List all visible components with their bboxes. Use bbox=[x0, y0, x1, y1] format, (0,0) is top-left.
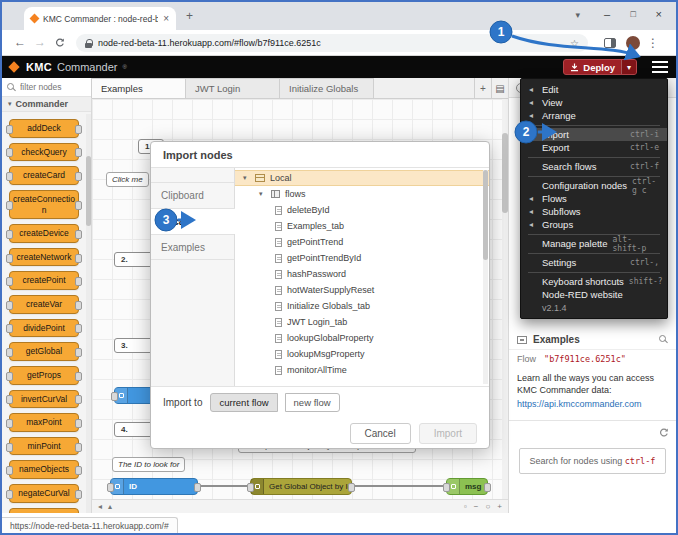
palette-up-icon[interactable]: ▴ bbox=[108, 502, 112, 511]
api-link[interactable]: https://api.kmccommander.com bbox=[517, 398, 668, 410]
url-omnibox[interactable]: node-red-beta-11.herokuapp.com/#flow/b7f… bbox=[76, 34, 588, 52]
caret-down-icon: ▾ bbox=[243, 174, 250, 182]
palette-node-minpoint[interactable]: minPoint bbox=[9, 437, 79, 456]
import-to-current-flow-button[interactable]: current flow bbox=[210, 393, 277, 412]
menu-item-edit[interactable]: ◂Edit bbox=[521, 83, 667, 96]
palette-collapse-icon[interactable]: ◂ bbox=[98, 502, 102, 511]
menu-item-label: Import bbox=[542, 129, 569, 140]
deploy-options-caret-icon[interactable]: ▾ bbox=[621, 60, 636, 74]
forward-button[interactable]: → bbox=[34, 36, 46, 48]
menu-item-search-flows[interactable]: Search flowsctrl-f bbox=[521, 160, 667, 173]
refresh-button[interactable] bbox=[55, 38, 65, 50]
tab-close-icon[interactable]: × bbox=[163, 14, 169, 24]
new-tab-button[interactable]: + bbox=[186, 9, 193, 23]
book-icon bbox=[271, 190, 280, 198]
tree-file-getpointtrend[interactable]: getPointTrend bbox=[235, 234, 489, 250]
menu-item-settings[interactable]: Settingsctrl-, bbox=[521, 256, 667, 269]
flow-node-msg-debug[interactable]: msg bbox=[446, 478, 488, 495]
palette-node-negatecurval[interactable]: negateCurVal bbox=[9, 484, 79, 503]
browser-menu-icon[interactable]: ⋮ bbox=[647, 36, 659, 50]
palette-category-commander[interactable]: ▾ Commander bbox=[2, 97, 91, 112]
palette-scrollbar[interactable] bbox=[86, 114, 91, 513]
palette-node-dividepoint[interactable]: dividePoint bbox=[9, 319, 79, 338]
palette-node-nameobjects[interactable]: nameObjects bbox=[9, 460, 79, 479]
menu-item-groups[interactable]: ◂Groups bbox=[521, 218, 667, 231]
palette-node-invertcurval[interactable]: invertCurVal bbox=[9, 390, 79, 409]
window-chevron-icon[interactable]: ▾ bbox=[575, 11, 580, 20]
palette-node-maxpoint[interactable]: maxPoint bbox=[9, 413, 79, 432]
flow-list-button[interactable]: ▤ bbox=[491, 78, 508, 98]
import-to-new-flow-button[interactable]: new flow bbox=[285, 393, 340, 412]
node-palette: ▾ Commander addDeckcheckQuerycreateCardc… bbox=[2, 78, 92, 513]
tree-file-jwt-login-tab[interactable]: JWT Login_tab bbox=[235, 314, 489, 330]
menu-item-arrange[interactable]: ◂Arrange bbox=[521, 109, 667, 122]
tree-item-flows-folder[interactable]: ▾ flows bbox=[235, 186, 489, 202]
flow-node-get-global[interactable]: Get Global Object by Id bbox=[250, 478, 352, 495]
palette-node-createnetwork[interactable]: createNetwork bbox=[9, 248, 79, 267]
palette-node-getprops[interactable]: getProps bbox=[9, 366, 79, 385]
zoom-out-button[interactable]: − bbox=[474, 502, 479, 511]
tree-file-hashpassword[interactable]: hashPassword bbox=[235, 266, 489, 282]
add-flow-button[interactable]: + bbox=[474, 78, 491, 98]
tree-file-examples-tab[interactable]: Examples_tab bbox=[235, 218, 489, 234]
tab-examples[interactable]: Examples bbox=[91, 78, 186, 98]
window-minimize-button[interactable]: – bbox=[604, 9, 610, 20]
sidebar-search-icon[interactable] bbox=[659, 335, 668, 344]
import-button[interactable]: Import bbox=[419, 423, 477, 444]
zoom-navigator-icon[interactable]: ▫ bbox=[464, 502, 467, 511]
bookmark-star-icon[interactable]: ☆ bbox=[570, 38, 579, 49]
tree-file-lookupmsgproperty[interactable]: lookupMsgProperty bbox=[235, 346, 489, 362]
tree-file-hotwatersupplyreset[interactable]: hotWaterSupplyReset bbox=[235, 282, 489, 298]
cancel-button[interactable]: Cancel bbox=[350, 423, 411, 444]
flow-node-id[interactable]: ID bbox=[110, 478, 198, 495]
window-maximize-button[interactable]: □ bbox=[631, 10, 636, 19]
refresh-icon[interactable] bbox=[659, 424, 669, 442]
import-tab-examples[interactable]: Examples bbox=[151, 234, 234, 260]
tree-scrollbar[interactable] bbox=[483, 170, 488, 384]
comment-node-click-me[interactable]: Click me bbox=[106, 172, 149, 187]
palette-node-checkquery[interactable]: checkQuery bbox=[9, 143, 79, 162]
menu-item-view[interactable]: ◂View bbox=[521, 96, 667, 109]
palette-node-createvar[interactable]: createVar bbox=[9, 295, 79, 314]
tree-file-lookupglobalproperty[interactable]: lookupGlobalProperty bbox=[235, 330, 489, 346]
menu-item-import[interactable]: Importctrl-i bbox=[521, 128, 667, 141]
browser-tab[interactable]: KMC Commander : node-red-b... × bbox=[24, 7, 176, 30]
palette-node-createcard[interactable]: createCard bbox=[9, 166, 79, 185]
url-text: node-red-beta-11.herokuapp.com/#flow/b7f… bbox=[98, 38, 564, 48]
tree-file-label: getPointTrendById bbox=[287, 253, 361, 263]
menu-item-node-red-website[interactable]: Node-RED website bbox=[521, 288, 667, 301]
palette-node-adddeck[interactable]: addDeck bbox=[9, 119, 79, 138]
back-button[interactable]: ← bbox=[14, 36, 26, 48]
menu-item-manage-palette[interactable]: Manage palettealt-shift-p bbox=[521, 237, 667, 250]
tree-item-local-root[interactable]: ▾ Local bbox=[235, 170, 489, 186]
palette-search[interactable] bbox=[2, 78, 91, 97]
tree-file-getpointtrendbyid[interactable]: getPointTrendById bbox=[235, 250, 489, 266]
hamburger-menu-button[interactable] bbox=[652, 61, 668, 73]
tree-file-monitoralltime[interactable]: monitorAllTime bbox=[235, 362, 489, 378]
tree-file-deletebyid[interactable]: deleteById bbox=[235, 202, 489, 218]
tree-file-initialize-globals-tab[interactable]: Initialize Globals_tab bbox=[235, 298, 489, 314]
palette-node-getglobal[interactable]: getGlobal bbox=[9, 342, 79, 361]
window-close-button[interactable]: × bbox=[656, 9, 662, 20]
import-to-label: Import to bbox=[163, 397, 202, 408]
comment-node-id-hint[interactable]: The ID to look for bbox=[112, 457, 185, 472]
side-panel-icon[interactable] bbox=[604, 38, 616, 48]
palette-filter-input[interactable] bbox=[20, 82, 78, 92]
palette-node-createconnection[interactable]: createConnection bbox=[9, 190, 79, 219]
profile-avatar[interactable] bbox=[626, 36, 640, 50]
menu-item-label: Manage palette bbox=[542, 238, 608, 249]
menu-item-export[interactable]: Exportctrl-e bbox=[521, 141, 667, 154]
menu-item-keyboard-shortcuts[interactable]: Keyboard shortcutsshift-? bbox=[521, 275, 667, 288]
deploy-button[interactable]: Deploy ▾ bbox=[563, 59, 637, 75]
tab-initialize-globals[interactable]: Initialize Globals bbox=[279, 78, 374, 98]
import-tab-local[interactable]: Local bbox=[151, 208, 235, 234]
menu-item-configuration-nodes[interactable]: Configuration nodesctrl-g c bbox=[521, 179, 667, 192]
tab-jwt-login[interactable]: JWT Login bbox=[185, 78, 280, 98]
menu-item-subflows[interactable]: ◂Subflows bbox=[521, 205, 667, 218]
palette-node-createdevice[interactable]: createDevice bbox=[9, 224, 79, 243]
zoom-reset-button[interactable]: ○ bbox=[485, 502, 490, 511]
palette-node-createpoint[interactable]: createPoint bbox=[9, 271, 79, 290]
tree-file-label: deleteById bbox=[287, 205, 330, 215]
import-tab-clipboard[interactable]: Clipboard bbox=[151, 182, 234, 208]
zoom-in-button[interactable]: + bbox=[497, 502, 502, 511]
